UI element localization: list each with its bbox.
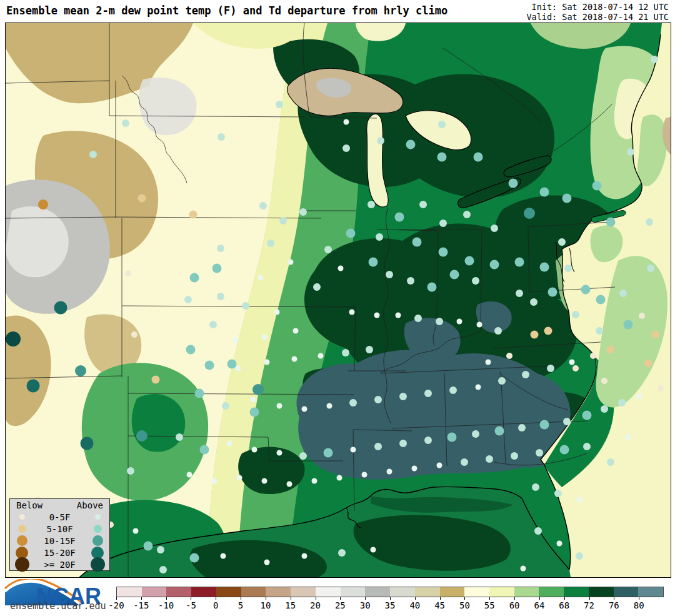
- station-dot: [267, 240, 274, 247]
- station-dot: [540, 263, 549, 272]
- colorbar-tick: [166, 597, 167, 600]
- colorbar-tick-label: -5: [186, 600, 196, 610]
- station-dot: [624, 320, 633, 330]
- station-dot: [548, 288, 558, 297]
- station-dot: [338, 549, 346, 557]
- station-dot: [152, 376, 160, 384]
- colorbar-tick: [241, 597, 241, 600]
- station-dot: [374, 443, 382, 450]
- station-dot: [524, 208, 535, 219]
- station-dot: [377, 137, 384, 144]
- station-dot: [472, 277, 479, 285]
- colorbar-tick: [415, 597, 416, 600]
- station-dot: [399, 393, 407, 400]
- station-dot: [327, 403, 332, 409]
- station-dot: [264, 360, 270, 365]
- colorbar-tick-label: 68: [559, 600, 569, 610]
- station-dot: [212, 478, 218, 484]
- station-dot: [607, 346, 615, 354]
- station-dot: [259, 202, 267, 210]
- colorbar-tick: [316, 597, 316, 600]
- departure-legend: Below Above 0-5F5-10F10-15F15-20F>= 20F: [9, 498, 110, 571]
- station-dot: [27, 380, 40, 393]
- station-dot: [236, 366, 241, 371]
- station-dot: [562, 194, 572, 203]
- colorbar-cell: [464, 587, 489, 597]
- station-dot: [607, 458, 614, 466]
- station-dot: [276, 101, 283, 108]
- station-dot: [437, 463, 442, 468]
- colorbar-tick-label: 76: [609, 600, 619, 610]
- station-dot: [302, 406, 308, 412]
- station-dot: [337, 475, 342, 481]
- station-dot: [190, 273, 199, 283]
- station-dot: [342, 144, 350, 152]
- station-dot: [532, 483, 539, 491]
- station-dot: [190, 553, 199, 563]
- colorbar-cell: [117, 587, 142, 597]
- colorbar-cell: [266, 587, 291, 597]
- station-dot: [506, 353, 512, 359]
- station-dot: [463, 211, 471, 218]
- station-dot: [258, 275, 264, 281]
- station-dot: [288, 260, 294, 265]
- colorbar-tick: [539, 597, 540, 600]
- station-dot: [264, 560, 270, 565]
- station-dot: [351, 447, 356, 453]
- legend-row-label: 0-5F: [30, 512, 89, 522]
- station-dot: [212, 264, 222, 273]
- station-dot: [89, 151, 97, 158]
- station-dot: [557, 541, 562, 547]
- station-dot: [424, 437, 432, 444]
- station-dot: [252, 447, 258, 453]
- station-dot: [176, 433, 183, 441]
- legend-row: 5-10F: [14, 523, 106, 535]
- colorbar-tick-label: 35: [385, 600, 396, 610]
- colorbar-tick-label: -15: [133, 600, 149, 610]
- station-dot: [540, 420, 549, 430]
- station-dot: [371, 547, 376, 553]
- station-dot: [583, 443, 591, 450]
- station-dot: [187, 472, 192, 478]
- station-dot: [386, 271, 393, 278]
- station-dot: [498, 377, 506, 385]
- station-dot: [131, 331, 138, 338]
- colorbar-tick: [564, 597, 565, 600]
- colorbar-cell: [291, 587, 316, 597]
- legend-row-label: 15-20F: [30, 548, 89, 558]
- station-dot: [299, 452, 307, 460]
- colorbar-tick: [390, 597, 391, 600]
- colorbar-tick-label: -20: [108, 600, 124, 610]
- colorbar-tick-label: 80: [634, 600, 644, 610]
- legend-above-header: Above: [77, 500, 103, 511]
- station-dot: [75, 365, 86, 376]
- station-dot: [133, 528, 139, 534]
- colorbar-scale: -20-15-10-505101520253035404550556064687…: [116, 597, 664, 612]
- station-dot: [601, 378, 608, 384]
- colorbar-cells: [116, 587, 664, 597]
- station-dot: [362, 472, 368, 478]
- station-dot: [138, 194, 146, 203]
- colorbar-cell: [638, 587, 663, 597]
- map-frame: Below Above 0-5F5-10F10-15F15-20F>= 20F: [5, 23, 671, 578]
- station-dot: [200, 445, 209, 455]
- station-dot: [547, 365, 554, 372]
- colorbar-tick-label: 64: [534, 600, 544, 610]
- colorbar-cell: [365, 587, 390, 597]
- colorbar-tick-label: -10: [158, 600, 174, 610]
- station-dot: [299, 208, 307, 216]
- legend-dot: [15, 557, 29, 572]
- station-dot: [344, 119, 349, 125]
- station-dot: [457, 319, 462, 325]
- station-dot: [626, 435, 631, 440]
- colorbar-cell: [415, 587, 440, 597]
- station-dot: [558, 238, 566, 246]
- colorbar-tick: [116, 597, 117, 600]
- station-dot: [54, 301, 68, 315]
- legend-dot: [94, 525, 102, 533]
- colorbar-tick-label: 5: [238, 600, 243, 610]
- station-dot: [412, 466, 418, 472]
- colorbar-cell: [514, 587, 539, 597]
- station-dot: [560, 445, 569, 455]
- legend-dot: [19, 514, 25, 520]
